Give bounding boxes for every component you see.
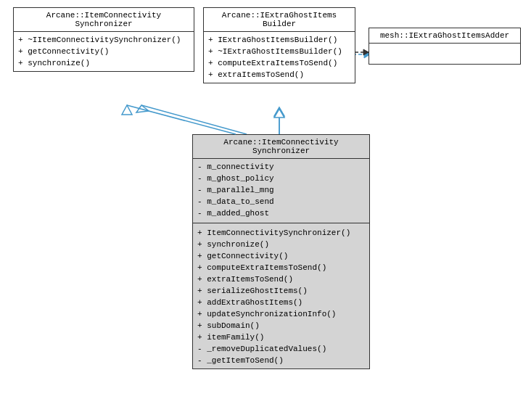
main-method-1: + synchronize(): [197, 239, 365, 250]
top-center-body: + IExtraGhostItemsBuilder() + ~IExtraGho…: [204, 32, 355, 83]
main-field-4: - m_added_ghost: [197, 207, 365, 219]
main-method-5: + serializeGhostItems(): [197, 285, 365, 297]
main-divider: [193, 223, 369, 223]
top-center-box: Arcane::IExtraGhostItems Builder + IExtr…: [203, 7, 355, 83]
main-public-methods: + ItemConnectivitySynchronizer() + synch…: [193, 225, 369, 368]
main-method-4: + extraItemsToSend(): [197, 273, 365, 285]
main-field-2: - m_parallel_mng: [197, 184, 365, 196]
main-header: Arcane::ItemConnectivity Synchronizer: [193, 135, 369, 159]
main-field-0: - m_connectivity: [197, 161, 365, 173]
svg-marker-11: [363, 49, 369, 55]
svg-marker-9: [274, 109, 284, 118]
top-left-title2: Synchronizer: [18, 20, 189, 28]
main-method-6: + addExtraGhostItems(): [197, 297, 365, 308]
svg-marker-3: [274, 107, 284, 116]
top-left-method-2: + synchronize(): [18, 57, 189, 69]
main-method-9: + itemFamily(): [197, 332, 365, 343]
main-private-fields: - m_connectivity - m_ghost_policy - m_pa…: [193, 159, 369, 221]
top-left-box: Arcane::ItemConnectivity Synchronizer + …: [13, 7, 194, 72]
top-right-box: mesh::IExtraGhostItemsAdder: [369, 28, 521, 65]
main-field-3: - m_data_to_send: [197, 196, 365, 207]
svg-marker-7: [122, 105, 132, 115]
top-left-title1: Arcane::ItemConnectivity: [18, 11, 189, 20]
top-center-title1: Arcane::IExtraGhostItems: [208, 11, 350, 20]
top-center-method-3: + extraItemsToSend(): [208, 69, 350, 81]
top-right-title1: mesh::IExtraGhostItemsAdder: [374, 31, 516, 40]
top-left-method-0: + ~IItemConnectivitySynchronizer(): [18, 34, 189, 46]
main-method-8: + subDomain(): [197, 320, 365, 332]
top-right-header: mesh::IExtraGhostItemsAdder: [369, 28, 520, 44]
top-center-title2: Builder: [208, 20, 350, 28]
main-method-10: - _removeDuplicatedValues(): [197, 343, 365, 355]
main-method-2: + getConnectivity(): [197, 250, 365, 262]
main-box: Arcane::ItemConnectivity Synchronizer - …: [192, 134, 370, 369]
svg-marker-1: [136, 105, 149, 112]
svg-line-0: [141, 105, 247, 134]
top-center-header: Arcane::IExtraGhostItems Builder: [204, 8, 355, 32]
main-method-0: + ItemConnectivitySynchronizer(): [197, 227, 365, 239]
top-left-body: + ~IItemConnectivitySynchronizer() + get…: [14, 32, 194, 71]
svg-line-6: [127, 105, 236, 134]
main-title1: Arcane::ItemConnectivity: [197, 138, 365, 147]
main-method-3: + computeExtraItemsToSend(): [197, 262, 365, 273]
main-method-7: + updateSynchronizationInfo(): [197, 308, 365, 320]
top-left-method-1: + getConnectivity(): [18, 46, 189, 57]
top-center-method-0: + IExtraGhostItemsBuilder(): [208, 34, 350, 46]
top-right-body: [369, 44, 520, 64]
top-center-method-1: + ~IExtraGhostItemsBuilder(): [208, 46, 350, 57]
top-left-header: Arcane::ItemConnectivity Synchronizer: [14, 8, 194, 32]
main-method-11: - _getItemToSend(): [197, 355, 365, 366]
diagram-container: Arcane::ItemConnectivity Synchronizer + …: [0, 0, 531, 420]
main-title2: Synchronizer: [197, 147, 365, 155]
top-center-method-2: + computeExtraItemsToSend(): [208, 57, 350, 69]
main-field-1: - m_ghost_policy: [197, 173, 365, 184]
